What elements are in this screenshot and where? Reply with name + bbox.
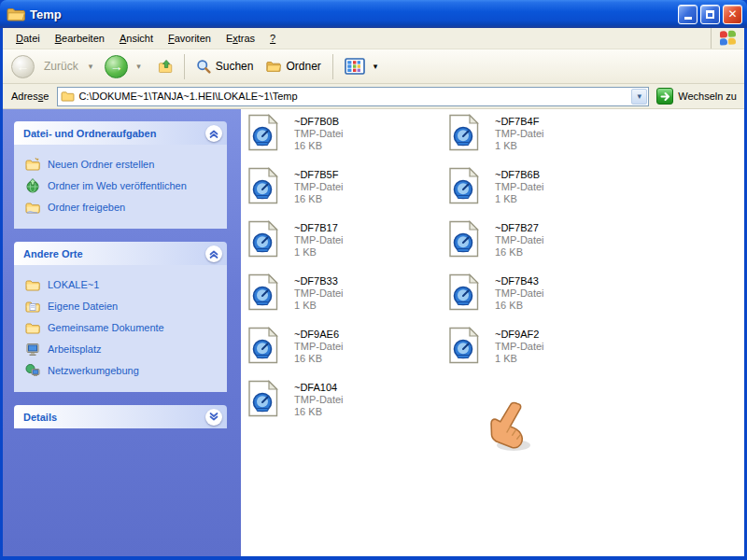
tmp-file-icon (247, 380, 279, 417)
task-pane: Datei- und Ordneraufgaben Neuen Ordner e… (3, 109, 241, 556)
file-df7b0b[interactable]: ~DF7B0BTMP-Datei16 KB (247, 114, 448, 151)
tmp-file-icon (448, 167, 480, 204)
address-path: C:\DOKUME~1\TANJA~1.HEI\LOKALE~1\Temp (78, 91, 631, 102)
task-share-folder[interactable]: Ordner freigeben (25, 200, 221, 215)
toolbar-separator (184, 54, 185, 79)
file-list-area[interactable]: ~DF7B0BTMP-Datei16 KB ~DF7B5FTMP-Datei16… (241, 109, 744, 556)
menu-datei[interactable]: Datei (8, 28, 48, 49)
maximize-button[interactable] (700, 5, 720, 24)
close-button[interactable]: ✕ (723, 5, 742, 24)
minimize-icon (684, 17, 692, 20)
panel-other-places: Andere Orte LOKALE~1 (14, 242, 227, 392)
new-folder-icon (25, 157, 40, 172)
go-arrow-icon (656, 88, 673, 105)
file-df7b5f[interactable]: ~DF7B5FTMP-Datei16 KB (247, 167, 448, 204)
file-df7b27[interactable]: ~DF7B27TMP-Datei16 KB (448, 220, 649, 258)
file-column-2: ~DF7B4FTMP-Datei1 KB ~DF7B6BTMP-Datei1 K… (448, 114, 649, 433)
menu-favoriten[interactable]: Favoriten (161, 28, 218, 49)
folders-icon (266, 59, 281, 74)
place-netzwerkumgebung[interactable]: Netzwerkumgebung (25, 363, 221, 378)
views-button[interactable]: ▾ (338, 52, 388, 80)
folder-icon (25, 277, 40, 292)
up-button[interactable] (151, 52, 179, 80)
menu-ansicht[interactable]: Ansicht (112, 28, 161, 49)
toolbar-separator (332, 54, 333, 79)
collapse-chevron-up-icon[interactable] (205, 245, 222, 262)
forward-button[interactable]: → ▾ (103, 52, 151, 80)
panel-file-tasks: Datei- und Ordneraufgaben Neuen Ordner e… (14, 121, 227, 229)
share-folder-icon (25, 200, 40, 215)
my-documents-icon (25, 299, 40, 314)
address-input[interactable]: C:\DOKUME~1\TANJA~1.HEI\LOKALE~1\Temp ▾ (57, 87, 649, 106)
addressbar: Adresse C:\DOKUME~1\TANJA~1.HEI\LOKALE~1… (3, 84, 744, 109)
file-df7b17[interactable]: ~DF7B17TMP-Datei1 KB (247, 220, 448, 258)
panel-other-places-header[interactable]: Andere Orte (14, 242, 227, 265)
tmp-file-icon (247, 327, 279, 364)
task-new-folder[interactable]: Neuen Ordner erstellen (25, 157, 221, 172)
place-gemeinsame-dokumente[interactable]: Gemeinsame Dokumente (25, 320, 221, 335)
file-df7b33[interactable]: ~DF7B33TMP-Datei1 KB (247, 273, 448, 311)
file-grid: ~DF7B0BTMP-Datei16 KB ~DF7B5FTMP-Datei16… (247, 114, 744, 433)
menubar: Datei Bearbeiten Ansicht Favoriten Extra… (3, 28, 744, 49)
panel-file-tasks-body: Neuen Ordner erstellen Ordner im Web ver… (14, 145, 227, 229)
my-computer-icon (25, 342, 40, 357)
menu-bearbeiten[interactable]: Bearbeiten (48, 28, 112, 49)
views-dropdown-icon[interactable]: ▾ (374, 62, 378, 71)
back-icon: ← (11, 55, 35, 78)
file-df7b4f[interactable]: ~DF7B4FTMP-Datei1 KB (448, 114, 649, 151)
panel-details: Details (14, 405, 227, 428)
place-eigene-dateien[interactable]: Eigene Dateien (25, 299, 221, 314)
back-label: Zurück (44, 60, 78, 73)
file-df9af2[interactable]: ~DF9AF2TMP-Datei1 KB (448, 327, 649, 364)
maximize-icon (706, 10, 714, 19)
main-area: Datei- und Ordneraufgaben Neuen Ordner e… (3, 109, 744, 556)
folders-button[interactable]: Ordner (260, 52, 327, 80)
address-dropdown-button[interactable]: ▾ (631, 89, 647, 105)
windows-logo-icon (720, 30, 737, 46)
tmp-file-icon (448, 220, 480, 258)
menubar-spacer (283, 28, 711, 49)
tmp-file-icon (247, 220, 279, 258)
search-icon (196, 59, 211, 74)
tmp-file-icon (448, 273, 480, 311)
place-lokale1[interactable]: LOKALE~1 (25, 277, 221, 292)
tmp-file-icon (448, 327, 480, 364)
file-column-1: ~DF7B0BTMP-Datei16 KB ~DF7B5FTMP-Datei16… (247, 114, 448, 433)
search-button[interactable]: Suchen (190, 52, 261, 80)
file-df7b43[interactable]: ~DF7B43TMP-Datei16 KB (448, 273, 649, 311)
shared-documents-icon (25, 320, 40, 335)
go-label: Wechseln zu (678, 91, 737, 102)
panel-file-tasks-header[interactable]: Datei- und Ordneraufgaben (14, 121, 227, 145)
panel-details-header[interactable]: Details (14, 405, 227, 428)
expand-chevron-down-icon[interactable] (205, 409, 222, 426)
place-arbeitsplatz[interactable]: Arbeitsplatz (25, 342, 221, 357)
network-icon (25, 363, 40, 378)
tmp-file-icon (247, 273, 279, 311)
panel-other-places-body: LOKALE~1 Eigene Dateien Gemeinsam (14, 265, 227, 392)
folder-up-icon (158, 59, 173, 74)
close-icon: ✕ (727, 7, 737, 21)
windows-logo-box (711, 28, 744, 49)
go-button[interactable]: Wechseln zu (656, 88, 737, 105)
address-label: Adresse (11, 91, 49, 102)
explorer-window: Temp ✕ Datei Bearbeiten Ansicht Favorite… (0, 0, 747, 560)
publish-web-icon (25, 178, 40, 193)
menu-extras[interactable]: Extras (218, 28, 262, 49)
task-publish-web[interactable]: Ordner im Web veröffentlichen (25, 178, 221, 193)
tmp-file-icon (247, 167, 279, 204)
address-folder-icon (61, 91, 75, 102)
file-df7b6b[interactable]: ~DF7B6BTMP-Datei1 KB (448, 167, 649, 204)
minimize-button[interactable] (678, 5, 698, 24)
chevron-down-icon: ▾ (637, 91, 641, 101)
back-button[interactable]: ← Zurück ▾ (8, 52, 103, 80)
collapse-chevron-up-icon[interactable] (205, 125, 222, 142)
forward-dropdown-icon[interactable]: ▾ (136, 62, 141, 71)
file-dfa104[interactable]: ~DFA104TMP-Datei16 KB (247, 380, 448, 417)
toolbar: ← Zurück ▾ → ▾ Suchen O (3, 49, 744, 84)
menu-hilfe[interactable]: ? (262, 28, 283, 49)
titlebar[interactable]: Temp ✕ (0, 0, 747, 28)
forward-icon: → (105, 55, 128, 78)
file-df9ae6[interactable]: ~DF9AE6TMP-Datei16 KB (247, 327, 448, 364)
back-dropdown-icon[interactable]: ▾ (89, 62, 93, 71)
folder-icon (7, 7, 25, 21)
